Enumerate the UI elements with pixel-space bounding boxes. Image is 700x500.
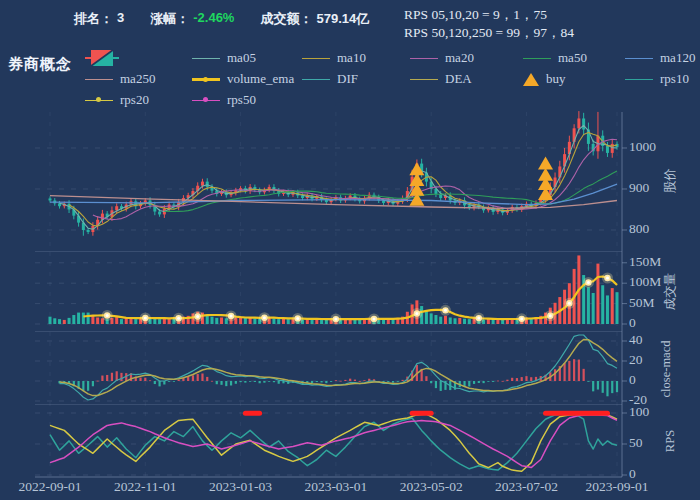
legend-item-rps10[interactable]: rps10	[625, 70, 689, 88]
rps20-line	[50, 414, 617, 472]
legend-label: buy	[546, 71, 566, 87]
macd-hist-bar	[606, 381, 608, 396]
legend-label: ma05	[227, 50, 256, 66]
candle-body	[87, 230, 90, 232]
macd-hist-bar	[492, 381, 494, 382]
macd-hist-bar	[249, 381, 251, 382]
macd-hist-bar	[511, 378, 513, 381]
macd-hist-bar	[192, 375, 194, 381]
candle-body	[201, 182, 204, 186]
legend-item-ma05[interactable]: ma05	[192, 49, 256, 67]
volume-bar	[449, 317, 452, 324]
macd-hist-bar	[278, 381, 280, 384]
legend-label: rps50	[227, 92, 256, 108]
candle-body	[606, 146, 609, 153]
macd-hist-bar	[425, 376, 427, 381]
legend-label: DEA	[445, 71, 472, 87]
volume-bar	[77, 313, 80, 324]
x-tick-label: 2022-09-01	[19, 479, 82, 494]
legend-item-candle[interactable]	[85, 49, 119, 67]
y-tick-label: 900	[629, 180, 650, 195]
rps-summary: RPS 05,10,20 = 9，1，75 RPS 50,120,250 = 9…	[404, 6, 574, 42]
volume-glow-marker	[373, 317, 376, 320]
legend-item-ma250[interactable]: ma250	[85, 70, 155, 88]
macd-hist-bar	[354, 380, 356, 381]
x-tick-label: 2023-05-02	[400, 479, 463, 494]
candle-body	[115, 206, 118, 210]
volume-bar	[63, 320, 66, 324]
volume-bar	[134, 319, 137, 324]
macd-hist-bar	[144, 378, 146, 381]
macd-hist-bar	[597, 381, 599, 390]
macd-hist-bar	[335, 380, 337, 381]
macd-hist-bar	[254, 381, 256, 382]
macd-hist-bar	[554, 369, 556, 381]
volume-bar	[211, 317, 214, 324]
x-tick-label: 2023-03-01	[304, 479, 367, 494]
legend-item-DEA[interactable]: DEA	[410, 70, 472, 88]
legend-label: ma120	[660, 50, 695, 66]
volume-bar	[158, 319, 161, 324]
macd-hist-bar	[563, 363, 565, 381]
candle-body	[158, 212, 161, 215]
macd-hist-bar	[197, 374, 199, 381]
dea-line	[60, 340, 618, 396]
macd-hist-bar	[97, 381, 99, 382]
legend-item-volume_ema[interactable]: volume_ema	[192, 70, 294, 88]
volume-bar	[468, 319, 471, 324]
volume-bar	[458, 318, 461, 324]
legend-label: ma20	[445, 50, 474, 66]
macd-hist-bar	[525, 376, 527, 381]
panel-axis-label: RPS	[663, 430, 677, 452]
volume-glow-marker	[444, 309, 447, 312]
macd-hist-bar	[211, 381, 213, 382]
legend-item-DIF[interactable]: DIF	[302, 70, 358, 88]
macd-hist-bar	[158, 381, 160, 386]
macd-hist-bar	[487, 381, 489, 382]
macd-hist-bar	[263, 381, 265, 383]
legend-item-ma10[interactable]: ma10	[302, 49, 366, 67]
macd-hist-bar	[568, 361, 570, 381]
legend-item-rps20[interactable]: rps20	[85, 91, 149, 109]
macd-hist-bar	[611, 381, 613, 393]
macd-hist-bar	[216, 381, 218, 384]
macd-hist-bar	[220, 381, 222, 385]
macd-hist-bar	[397, 381, 399, 382]
macd-hist-bar	[239, 381, 241, 382]
legend-item-rps50[interactable]: rps50	[192, 91, 256, 109]
volume-bar	[325, 320, 328, 324]
volume-bar	[272, 318, 275, 324]
macd-hist-bar	[349, 379, 351, 381]
legend-item-buy[interactable]: buy	[523, 70, 566, 88]
buy-triangle-icon	[523, 73, 539, 86]
volume-bar	[253, 318, 256, 324]
turnover-label: 成交额：	[260, 10, 312, 28]
macd-hist-bar	[401, 380, 403, 381]
macd-hist-bar	[602, 381, 604, 393]
y-tick-label: 20	[629, 352, 643, 367]
macd-hist-bar	[330, 381, 332, 382]
legend-item-ma120[interactable]: ma120	[625, 49, 695, 67]
rps50-marker-dot	[203, 97, 208, 102]
volume-bar	[587, 287, 590, 324]
rps20-marker-dot	[96, 97, 101, 102]
legend-item-ma50[interactable]: ma50	[523, 49, 587, 67]
panel-axis-label: 股价	[663, 168, 677, 194]
volume-glow-marker	[177, 317, 180, 320]
ma50-line-swatch	[523, 58, 551, 59]
macd-hist-bar	[583, 369, 585, 381]
volume-bar	[53, 318, 56, 324]
macd-hist-bar	[168, 381, 170, 382]
panel-axis-label: close-macd	[659, 340, 673, 398]
macd-hist-bar	[435, 381, 437, 388]
macd-hist-bar	[482, 381, 484, 383]
volume-glow-marker	[106, 314, 109, 317]
volume-bar	[444, 316, 447, 324]
ma10-line	[69, 132, 617, 226]
macd-hist-bar	[340, 381, 342, 382]
macd-hist-bar	[268, 381, 270, 382]
volume-bar	[425, 311, 428, 324]
volume-bar	[463, 319, 466, 324]
macd-hist-bar	[325, 381, 327, 383]
legend-item-ma20[interactable]: ma20	[410, 49, 474, 67]
